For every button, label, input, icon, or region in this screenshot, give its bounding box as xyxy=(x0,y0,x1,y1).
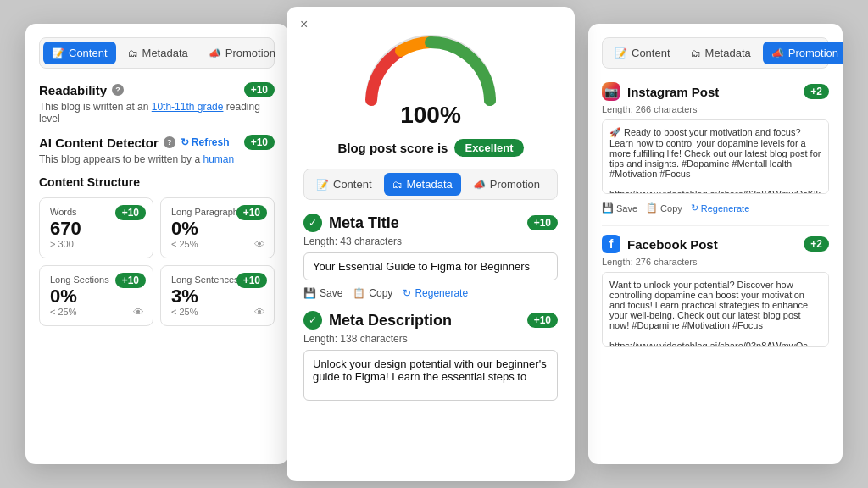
meta-desc-length: Length: 138 characters xyxy=(303,333,558,345)
long-paragraphs-value: 0% xyxy=(171,219,264,239)
instagram-save-button[interactable]: 💾 Save xyxy=(602,202,637,214)
ai-help-icon[interactable]: ? xyxy=(164,136,175,148)
long-sentences-stat: +10 Long Sentences 3% < 25% 👁 xyxy=(160,265,275,326)
metadata-icon: 🗂 xyxy=(128,47,138,59)
meta-description-row: ✓ Meta Description +10 xyxy=(303,311,558,330)
instagram-copy-button[interactable]: 📋 Copy xyxy=(646,202,682,214)
center-panel: × 100% Blog post score is Excellent 📝 Co… xyxy=(287,7,575,481)
meta-title-section: ✓ Meta Title +10 Length: 43 characters 💾… xyxy=(303,214,558,299)
ai-badge: +10 xyxy=(244,135,275,150)
ai-detector-section: AI Content Detector ? ↻ Refresh +10 This… xyxy=(39,135,275,165)
long-sections-stat: +10 Long Sections 0% < 25% 👁 xyxy=(39,265,153,326)
right-tab-bar: 📝 Content 🗂 Metadata 📣 Promotion xyxy=(602,37,829,69)
facebook-icon: f xyxy=(602,235,620,253)
long-sentences-badge: +10 xyxy=(236,273,267,288)
long-sections-badge: +10 xyxy=(115,273,146,288)
words-badge: +10 xyxy=(115,205,146,220)
words-stat: +10 Words 670 > 300 xyxy=(39,197,153,258)
instagram-actions: 💾 Save 📋 Copy ↻ Regenerate xyxy=(602,202,829,214)
right-tab-metadata[interactable]: 🗂 Metadata xyxy=(682,42,760,64)
content-structure-section: Content Structure +10 Words 670 > 300 +1… xyxy=(39,175,275,326)
gauge-percent: 100% xyxy=(400,102,461,129)
words-value: 670 xyxy=(50,219,142,239)
left-tab-content[interactable]: 📝 Content xyxy=(43,42,116,64)
gauge-svg xyxy=(354,24,507,108)
blog-score-row: Blog post score is Excellent xyxy=(303,139,558,157)
meta-title-row: ✓ Meta Title +10 xyxy=(303,214,558,232)
center-content-icon: 📝 xyxy=(316,179,329,191)
facebook-textarea[interactable]: Want to unlock your potential? Discover … xyxy=(602,272,829,347)
meta-desc-badge: +10 xyxy=(527,313,558,328)
ai-detector-title-row: AI Content Detector ? ↻ Refresh +10 xyxy=(39,135,275,150)
instagram-regenerate-button[interactable]: ↻ Regenerate xyxy=(691,202,750,214)
readability-section: Readability ? +10 This blog is written a… xyxy=(39,82,275,125)
meta-title-copy-button[interactable]: 📋 Copy xyxy=(353,287,392,299)
long-paragraphs-sub: < 25% xyxy=(171,239,264,249)
facebook-heading: Facebook Post xyxy=(627,237,797,252)
right-tab-content[interactable]: 📝 Content xyxy=(606,42,679,64)
left-tab-promotion[interactable]: 📣 Promotion xyxy=(200,42,284,64)
right-content-icon: 📝 xyxy=(615,47,627,59)
center-metadata-icon: 🗂 xyxy=(392,179,403,191)
meta-title-save-button[interactable]: 💾 Save xyxy=(303,287,342,299)
long-paragraphs-stat: +10 Long Paragraphs 0% < 25% 👁 xyxy=(160,197,275,258)
refresh-button[interactable]: ↻ Refresh xyxy=(181,136,230,148)
long-sections-eye-icon[interactable]: 👁 xyxy=(133,306,144,319)
instagram-title-row: 📷 Instagram Post +2 xyxy=(602,82,829,101)
left-tab-bar: 📝 Content 🗂 Metadata 📣 Promotion xyxy=(39,37,275,69)
center-tab-metadata[interactable]: 🗂 Metadata xyxy=(384,173,461,196)
meta-title-input[interactable] xyxy=(303,252,558,280)
center-tab-content[interactable]: 📝 Content xyxy=(308,173,381,196)
readability-link[interactable]: 10th-11th grade xyxy=(152,101,224,113)
gauge-container: 100% xyxy=(303,24,558,129)
right-promotion-icon: 📣 xyxy=(771,47,784,59)
score-label: Blog post score is xyxy=(337,141,448,155)
long-sentences-eye-icon[interactable]: 👁 xyxy=(254,306,265,319)
instagram-heading: Instagram Post xyxy=(627,85,797,99)
long-sections-value: 0% xyxy=(50,286,142,307)
content-structure-title: Content Structure xyxy=(39,175,275,189)
left-panel: 📝 Content 🗂 Metadata 📣 Promotion Readabi… xyxy=(25,24,288,464)
facebook-length: Length: 276 characters xyxy=(602,257,829,267)
meta-desc-textarea[interactable]: Unlock your design potential with our be… xyxy=(303,350,558,401)
center-promotion-icon: 📣 xyxy=(473,179,486,191)
right-panel: 📝 Content 🗂 Metadata 📣 Promotion 📷 Insta… xyxy=(588,24,843,464)
content-icon: 📝 xyxy=(52,47,64,59)
words-sub: > 300 xyxy=(50,239,142,249)
instagram-textarea[interactable]: 🚀 Ready to boost your motivation and foc… xyxy=(602,119,829,194)
right-tab-promotion[interactable]: 📣 Promotion xyxy=(763,42,843,64)
long-sentences-sub: < 25% xyxy=(171,307,264,317)
close-button[interactable]: × xyxy=(300,17,308,32)
social-divider xyxy=(602,225,829,226)
long-sections-sub: < 25% xyxy=(50,307,142,317)
facebook-title-row: f Facebook Post +2 xyxy=(602,235,829,253)
meta-description-section: ✓ Meta Description +10 Length: 138 chara… xyxy=(303,311,558,411)
instagram-length: Length: 266 characters xyxy=(602,104,829,114)
meta-title-regenerate-button[interactable]: ↻ Regenerate xyxy=(403,287,468,299)
meta-desc-heading: Meta Description xyxy=(329,312,452,330)
instagram-badge: +2 xyxy=(804,84,829,99)
meta-title-actions: 💾 Save 📋 Copy ↻ Regenerate xyxy=(303,287,558,299)
readability-help-icon[interactable]: ? xyxy=(112,84,124,96)
instagram-icon: 📷 xyxy=(602,82,620,101)
meta-title-badge: +10 xyxy=(527,215,558,230)
meta-title-length: Length: 43 characters xyxy=(303,236,558,247)
facebook-badge: +2 xyxy=(804,236,829,252)
meta-desc-check-icon: ✓ xyxy=(303,311,322,330)
excellent-badge: Excellent xyxy=(454,139,523,157)
center-tab-promotion[interactable]: 📣 Promotion xyxy=(465,173,548,196)
long-sentences-value: 3% xyxy=(171,286,264,307)
instagram-section: 📷 Instagram Post +2 Length: 266 characte… xyxy=(602,82,829,214)
facebook-section: f Facebook Post +2 Length: 276 character… xyxy=(602,235,829,355)
left-tab-metadata[interactable]: 🗂 Metadata xyxy=(120,42,197,64)
ai-description: This blog appears to be written by a hum… xyxy=(39,153,275,165)
ai-human-link[interactable]: human xyxy=(203,153,234,165)
stats-grid-bottom: +10 Long Sections 0% < 25% 👁 +10 Long Se… xyxy=(39,265,275,326)
meta-title-heading: Meta Title xyxy=(329,214,399,232)
readability-description: This blog is written at an 10th-11th gra… xyxy=(39,101,275,125)
long-paragraphs-eye-icon[interactable]: 👁 xyxy=(254,238,265,251)
right-metadata-icon: 🗂 xyxy=(691,47,701,59)
long-paragraphs-badge: +10 xyxy=(236,205,267,220)
readability-title-row: Readability ? +10 xyxy=(39,82,275,97)
readability-badge: +10 xyxy=(244,82,275,97)
